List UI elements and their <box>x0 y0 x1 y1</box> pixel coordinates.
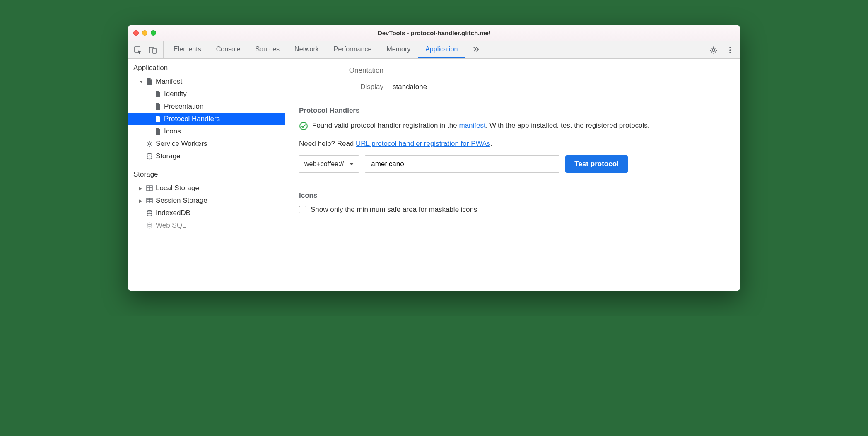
icons-section: Icons Show only the minimum safe area fo… <box>285 182 740 223</box>
display-row: Display standalone <box>285 80 740 97</box>
settings-gear-icon[interactable] <box>709 46 718 55</box>
svg-point-6 <box>729 52 731 53</box>
protocol-handlers-section: Protocol Handlers Found valid protocol h… <box>285 97 740 182</box>
device-toolbar-icon[interactable] <box>148 46 157 55</box>
database-icon <box>146 209 153 217</box>
disclosure-triangle-icon: ▶ <box>139 186 143 191</box>
display-value: standalone <box>393 83 427 91</box>
file-icon <box>154 128 162 135</box>
orientation-row: Orientation <box>285 59 740 80</box>
toolbar-right <box>703 41 740 58</box>
sidebar-item-indexeddb[interactable]: IndexedDB <box>128 207 285 219</box>
panel-tabs: Elements Console Sources Network Perform… <box>164 41 703 58</box>
protocol-scheme-select[interactable]: web+coffee:// <box>299 155 359 173</box>
sidebar-item-websql[interactable]: Web SQL <box>128 219 285 232</box>
sidebar-label: Presentation <box>164 102 203 111</box>
content-body: Application ▼ Manifest Identity Presenta… <box>128 59 740 291</box>
svg-point-8 <box>147 154 152 155</box>
svg-point-13 <box>300 122 307 130</box>
tab-memory[interactable]: Memory <box>379 41 418 58</box>
sidebar-label: Service Workers <box>156 140 207 148</box>
traffic-lights <box>133 30 156 36</box>
chevron-double-right-icon <box>473 46 480 53</box>
tab-elements[interactable]: Elements <box>166 41 209 58</box>
sidebar-label: Manifest <box>156 78 182 86</box>
file-icon <box>154 115 162 123</box>
sidebar-item-local-storage[interactable]: ▶ Local Storage <box>128 182 285 194</box>
svg-rect-2 <box>153 48 156 53</box>
sidebar-item-icons[interactable]: Icons <box>128 125 285 138</box>
file-icon <box>154 90 162 98</box>
minimize-window-button[interactable] <box>142 30 147 36</box>
tab-performance[interactable]: Performance <box>326 41 379 58</box>
tab-console[interactable]: Console <box>209 41 248 58</box>
devtools-window: DevTools - protocol-handler.glitch.me/ E… <box>128 25 740 291</box>
help-post: . <box>490 140 492 148</box>
table-icon <box>146 184 153 192</box>
help-pre: Need help? Read <box>299 140 356 148</box>
sidebar-label: Local Storage <box>156 184 199 192</box>
protocol-path-input[interactable] <box>365 155 559 173</box>
database-icon <box>146 222 153 229</box>
help-link[interactable]: URL protocol handler registration for PW… <box>356 140 490 148</box>
sidebar-item-session-storage[interactable]: ▶ Session Storage <box>128 194 285 207</box>
test-protocol-button[interactable]: Test protocol <box>565 155 627 173</box>
sidebar-label: Storage <box>156 152 181 160</box>
svg-point-11 <box>147 211 152 212</box>
display-label: Display <box>285 83 393 91</box>
protocol-handlers-title: Protocol Handlers <box>299 107 726 115</box>
sidebar-section-application: Application <box>128 59 285 75</box>
help-line: Need help? Read URL protocol handler reg… <box>299 140 726 148</box>
application-sidebar: Application ▼ Manifest Identity Presenta… <box>128 59 285 291</box>
check-circle-icon <box>299 121 308 134</box>
sidebar-label: Web SQL <box>156 221 186 230</box>
sidebar-item-service-workers[interactable]: Service Workers <box>128 138 285 150</box>
sidebar-item-manifest[interactable]: ▼ Manifest <box>128 75 285 88</box>
manifest-link[interactable]: manifest <box>459 121 485 129</box>
tab-overflow[interactable] <box>465 41 487 58</box>
tab-sources[interactable]: Sources <box>248 41 287 58</box>
file-icon <box>154 103 162 110</box>
svg-point-3 <box>712 48 715 51</box>
zoom-window-button[interactable] <box>151 30 156 36</box>
protocol-test-form: web+coffee:// Test protocol <box>299 155 726 173</box>
sidebar-label: IndexedDB <box>156 209 190 217</box>
tab-application[interactable]: Application <box>418 41 465 58</box>
sidebar-item-presentation[interactable]: Presentation <box>128 100 285 113</box>
sidebar-item-storage[interactable]: Storage <box>128 150 285 162</box>
close-window-button[interactable] <box>133 30 139 36</box>
table-icon <box>146 197 153 204</box>
disclosure-triangle-icon: ▶ <box>139 199 143 203</box>
main-toolbar: Elements Console Sources Network Perform… <box>128 41 740 59</box>
titlebar: DevTools - protocol-handler.glitch.me/ <box>128 25 740 41</box>
sidebar-item-protocol-handlers[interactable]: Protocol Handlers <box>128 113 285 125</box>
sidebar-section-storage: Storage <box>128 165 285 182</box>
orientation-label: Orientation <box>285 66 393 75</box>
svg-point-12 <box>147 223 152 225</box>
svg-point-5 <box>729 49 731 51</box>
maskable-checkbox[interactable] <box>299 206 306 213</box>
icons-title: Icons <box>299 191 726 200</box>
found-text-post: . With the app installed, test the regis… <box>486 121 650 129</box>
found-text-pre: Found valid protocol handler registratio… <box>312 121 459 129</box>
maskable-checkbox-label: Show only the minimum safe area for mask… <box>311 206 477 214</box>
toolbar-left-icons <box>128 41 164 58</box>
protocol-handlers-found: Found valid protocol handler registratio… <box>299 121 726 134</box>
maskable-checkbox-row[interactable]: Show only the minimum safe area for mask… <box>299 206 726 214</box>
database-icon <box>146 153 153 160</box>
main-panel: Orientation Display standalone Protocol … <box>285 59 740 291</box>
sidebar-label: Session Storage <box>156 196 207 205</box>
caret-down-icon <box>350 163 354 165</box>
svg-point-7 <box>148 143 150 145</box>
disclosure-triangle-icon: ▼ <box>139 80 143 84</box>
svg-point-4 <box>729 47 731 48</box>
inspect-element-icon[interactable] <box>133 46 142 55</box>
kebab-menu-icon[interactable] <box>726 46 735 55</box>
tab-network[interactable]: Network <box>287 41 326 58</box>
sidebar-item-identity[interactable]: Identity <box>128 88 285 100</box>
file-icon <box>146 78 153 85</box>
sidebar-label: Identity <box>164 90 187 98</box>
gear-icon <box>146 140 153 148</box>
protocol-scheme-value: web+coffee:// <box>304 160 344 168</box>
sidebar-label: Protocol Handlers <box>164 115 220 123</box>
